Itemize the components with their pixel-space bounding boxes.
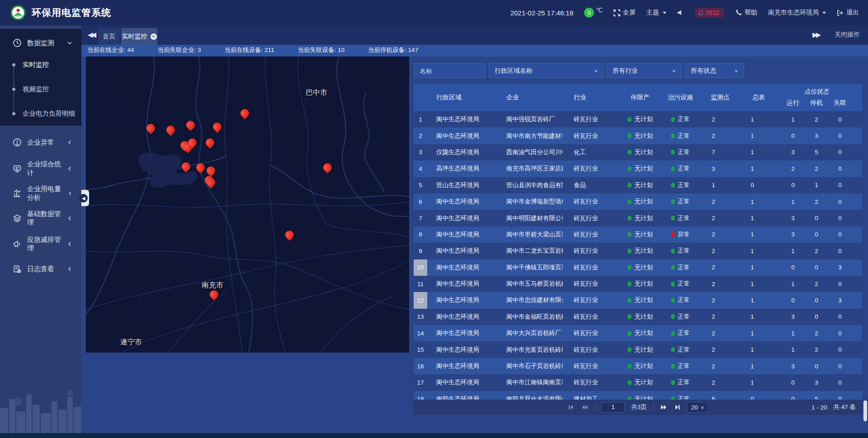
cell-industry: 砖瓦行业 bbox=[563, 341, 622, 358]
scrollbar-thumb[interactable] bbox=[863, 400, 867, 421]
table-row[interactable]: 6阆中生态环境局阆中市金博瑞新型墙材砖瓦行业无计划正常21120 bbox=[414, 193, 862, 210]
table-row[interactable]: 11阆中生态环境局阆中市五马桥页岩机砖砖瓦行业无计划正常21120 bbox=[414, 276, 862, 292]
region-filter-select[interactable]: 行政区域名称 ∨ bbox=[489, 63, 604, 78]
cell-facility: 正常 bbox=[659, 374, 702, 391]
cell-industry: 砖瓦行业 bbox=[563, 127, 622, 144]
sidebar-group-emergency[interactable]: 应急减排管理 bbox=[0, 234, 81, 254]
tabs-scroll-left-icon[interactable]: ◀◀ bbox=[88, 31, 94, 39]
status-dot-icon bbox=[671, 314, 675, 319]
table-row[interactable]: 10阆中生态环境局阆中千佛镇五郎垭页岩砖瓦行业无计划正常21003 bbox=[414, 259, 862, 276]
cell-points: 7 bbox=[702, 144, 725, 160]
sidebar-collapse-handle[interactable]: ◀ bbox=[81, 190, 89, 206]
sidebar-group-base-data[interactable]: 基础数据管理 bbox=[0, 208, 81, 229]
sidebar-group-company-abnormal[interactable]: 企业异常 bbox=[0, 132, 81, 153]
sidebar-group-log-view[interactable]: 日志查看 bbox=[0, 259, 81, 279]
row-index: 15 bbox=[414, 341, 427, 358]
row-index: 14 bbox=[414, 325, 427, 341]
table-row[interactable]: 7阆中生态环境局阆中明阳建材有限公司砖瓦行业无计划正常21300 bbox=[414, 210, 862, 226]
name-input[interactable] bbox=[414, 64, 485, 78]
last-page-icon[interactable] bbox=[674, 404, 681, 411]
page-size-select[interactable]: 20 ∨ bbox=[687, 402, 708, 413]
tabs-scroll-right-icon[interactable]: ▶▶ bbox=[812, 31, 819, 39]
tab-realtime-monitor[interactable]: 实时监控 ✕ bbox=[121, 28, 157, 45]
table-row[interactable]: 2阆中生态环境局阆中市南方节能建材有砖瓦行业无计划正常21030 bbox=[414, 127, 862, 144]
cell-points: 1 bbox=[702, 177, 725, 193]
table-row[interactable]: 14阆中生态环境局阆中大兴页岩机砖厂砖瓦行业无计划正常21120 bbox=[414, 325, 862, 341]
row-index: 8 bbox=[414, 226, 427, 243]
industry-filter-select[interactable]: 所有行业 ∨ bbox=[607, 63, 682, 78]
table-row[interactable]: 8阆中生态环境局阆中市枣碧大梁山页岩砖瓦行业无计划异常21300 bbox=[414, 226, 862, 243]
sidebar-item-realtime-monitor[interactable]: 实时监控 bbox=[0, 58, 81, 71]
table-row[interactable]: 5营山生态环境局营山县润丰肉食品有限食品无计划正常10010 bbox=[414, 177, 862, 193]
cell-stop: 2 bbox=[807, 160, 826, 177]
cell-company: 阆中市五马桥页岩机砖 bbox=[481, 276, 563, 292]
table-row[interactable]: 13阆中生态环境局阆中市金福旺页岩机砖砖瓦行业无计划正常21300 bbox=[414, 309, 862, 325]
cell-company: 阆中市金博瑞新型墙材 bbox=[481, 193, 563, 210]
status-dot-icon bbox=[627, 347, 632, 352]
fullscreen-button[interactable]: 全屏 bbox=[613, 9, 636, 17]
table-row[interactable]: 16阆中生态环境局阆中市石子页岩机砖厂砖瓦行业无计划正常21300 bbox=[414, 358, 862, 374]
status-filter-select[interactable]: 所有状态 ∨ bbox=[685, 63, 744, 78]
row-index: 1 bbox=[414, 111, 427, 127]
topbar-right: 2021-02-25 17:46:18 0 ℃ 全屏 主题 bbox=[510, 8, 868, 18]
stat-item: 当前失联设备: 10 bbox=[298, 46, 345, 54]
table-row[interactable]: 9阆中生态环境局阆中市二龙长宝页岩砖砖瓦行业无计划正常21120 bbox=[414, 243, 862, 259]
status-dot-icon bbox=[627, 232, 632, 237]
table-row[interactable]: 3仪陇生态环境局西南油气田分公司川中化工无计划正常71350 bbox=[414, 144, 862, 160]
cell-lost: 0 bbox=[826, 144, 854, 160]
alert-circle-icon bbox=[13, 138, 22, 147]
cell-run: 0 bbox=[779, 177, 807, 193]
sidebar-group-power-analysis[interactable]: 企业用电量分析 bbox=[0, 183, 81, 204]
cell-limit: 无计划 bbox=[622, 358, 659, 374]
help-button[interactable]: 帮助 bbox=[736, 9, 757, 17]
cell-facility: 正常 bbox=[659, 309, 702, 325]
cell-limit: 无计划 bbox=[622, 193, 659, 210]
cell-meters: 1 bbox=[738, 226, 766, 243]
prev-page-icon[interactable] bbox=[581, 404, 588, 411]
tab-close-icon[interactable]: ✕ bbox=[151, 33, 157, 40]
sidebar-item-video-monitor[interactable]: 视频监控 bbox=[0, 82, 81, 96]
cell-industry: 砖瓦行业 bbox=[563, 259, 622, 276]
cell-region: 阆中生态环境局 bbox=[427, 325, 481, 341]
sidebar-group-data-monitor[interactable]: 数据监测 bbox=[0, 33, 81, 53]
map-canvas[interactable]: 巴中市南充市遂宁市 bbox=[86, 57, 409, 353]
org-dropdown[interactable]: 南充市生态环境局 bbox=[768, 9, 826, 17]
facility-text: 正常 bbox=[678, 148, 690, 156]
status-dot-icon bbox=[671, 117, 675, 122]
facility-text: 正常 bbox=[678, 198, 690, 206]
cell-limit: 无计划 bbox=[622, 292, 659, 308]
stat-item: 当前在线设备: 211 bbox=[225, 46, 274, 54]
facility-text: 正常 bbox=[678, 378, 690, 386]
table-row[interactable]: 15阆中生态环境局阆中市光富页岩机砖厂砖瓦行业无计划正常21120 bbox=[414, 341, 862, 358]
sidebar-group-company-statistics[interactable]: 企业综合统计 bbox=[0, 158, 81, 179]
table-row[interactable]: 18南部生态环境局南部县双化水泥有限公建材加工无计划正常60050 bbox=[414, 391, 862, 400]
close-operations-button[interactable]: 关闭操作 bbox=[835, 31, 860, 39]
first-page-icon[interactable] bbox=[567, 404, 575, 411]
cell-company: 阆中市南方节能建材有 bbox=[481, 127, 563, 144]
logout-button[interactable]: 退出 bbox=[837, 9, 859, 17]
name-filter-input[interactable] bbox=[414, 63, 486, 78]
tab-home[interactable]: 首页 bbox=[99, 28, 119, 45]
notification-badge[interactable]: 2632 bbox=[694, 8, 725, 18]
col-header-industry: 行业 bbox=[563, 84, 622, 111]
cell-points: 2 bbox=[702, 243, 725, 259]
mute-button[interactable] bbox=[677, 9, 684, 16]
cell-industry: 食品 bbox=[563, 177, 622, 193]
app-logo-icon bbox=[10, 5, 26, 21]
next-page-icon[interactable] bbox=[660, 404, 667, 411]
table-row[interactable]: 4高坪生态环境局南充市高坪区王家店建砖瓦行业无计划正常31220 bbox=[414, 160, 862, 177]
cell-points: 2 bbox=[702, 358, 725, 374]
status-dot-icon bbox=[671, 331, 675, 336]
limit-text: 无计划 bbox=[634, 378, 653, 386]
table-row[interactable]: 17阆中生态环境局阆中市江南镇阆南页岩砖瓦行业无计划正常21030 bbox=[414, 374, 862, 391]
cell-meters: 1 bbox=[738, 160, 766, 177]
org-caret-icon bbox=[822, 12, 826, 14]
sidebar-item-power-load-detail[interactable]: 企业电力负荷明细 bbox=[0, 107, 81, 120]
table-row[interactable]: 1阆中生态环境局阆中强锐页岩砖厂砖瓦行业无计划正常21120 bbox=[414, 111, 862, 127]
cell-limit: 无计划 bbox=[622, 177, 659, 193]
page-number-input[interactable]: 1 bbox=[601, 402, 625, 413]
theme-button[interactable]: 主题 bbox=[646, 9, 666, 17]
status-dot-icon bbox=[627, 216, 632, 221]
col-group-point-status: 点位状态 bbox=[779, 88, 854, 96]
table-row[interactable]: 12阆中生态环境局阆中市忠信建材有限公砖瓦行业无计划正常21003 bbox=[414, 292, 862, 308]
